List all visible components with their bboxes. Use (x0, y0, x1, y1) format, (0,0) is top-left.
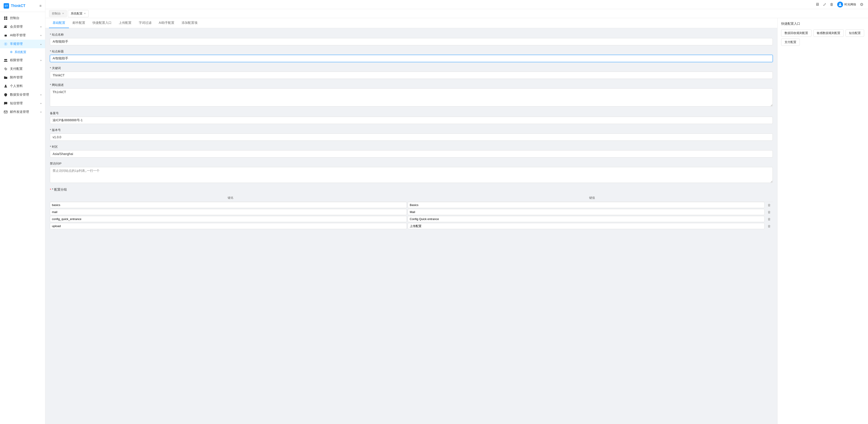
tab-system-config[interactable]: 系统配置 ✕ (68, 10, 89, 17)
right-panel: 快捷配置入口 数据回收规则配置 敏感数据规则配置 短信配置 支付配置 (777, 18, 868, 424)
form-group-site-title: * 站点标题 (50, 50, 773, 62)
content-main: 基础配置 邮件配置 快捷配置入口 上传配置 字词过滤 AI助手配置 (45, 18, 777, 424)
sidebar-nav: 控制台 会员管理 ▾ AI助手管理 ▾ 常规管理 ▴ ⚙ (0, 12, 45, 424)
page-tab-basic[interactable]: 基础配置 (49, 18, 69, 28)
sidebar-item-dashboard[interactable]: 控制台 (0, 14, 45, 23)
page-tab-mail[interactable]: 邮件配置 (69, 18, 89, 28)
required-mark: * (50, 188, 51, 192)
config-key-input[interactable] (50, 223, 407, 229)
config-action-col: 🗑 (766, 202, 773, 208)
quick-link-label: 敏感数据规则配置 (817, 31, 840, 35)
page-tab-label: 邮件配置 (72, 21, 85, 25)
config-action-col: 🗑 (766, 217, 773, 222)
page-tab-label: 快捷配置入口 (93, 21, 112, 25)
gear-icon: ⚙ (10, 50, 13, 54)
config-val-input[interactable] (408, 216, 765, 222)
quick-link-sms[interactable]: 短信配置 (845, 29, 864, 37)
sidebar-item-profile[interactable]: 个人资料 (0, 82, 45, 90)
table-row: 🗑 (50, 216, 773, 222)
svg-point-14 (5, 68, 6, 70)
form-group-icp: 备案号 (50, 111, 773, 124)
tab-dashboard[interactable]: 控制台 ✕ (49, 10, 67, 17)
sidebar-item-permission[interactable]: 权限管理 ▾ (0, 56, 45, 65)
page-tab-label: 添加配置项 (182, 21, 197, 25)
page-tab-ai-config[interactable]: AI助手配置 (155, 18, 178, 28)
sidebar-item-attachment[interactable]: 附件管理 (0, 73, 45, 82)
settings-icon[interactable]: ⚙ (860, 2, 864, 7)
folder-icon (4, 75, 8, 79)
config-table-header: 键名 键值 (50, 194, 773, 202)
sidebar-item-system-config[interactable]: ⚙ 系统配置 (0, 48, 45, 56)
quick-link-label: 短信配置 (849, 31, 861, 35)
menu-toggle-icon[interactable]: ≡ (39, 4, 41, 8)
config-key-input[interactable] (50, 202, 407, 208)
delete-icon[interactable]: 🗑 (830, 2, 834, 7)
site-name-label: * 站点名称 (50, 33, 773, 37)
config-val-input[interactable] (408, 223, 765, 229)
config-val-input[interactable] (408, 202, 765, 208)
delete-row-button[interactable]: 🗑 (767, 223, 772, 229)
delete-row-button[interactable]: 🗑 (767, 209, 772, 215)
page-tab-quick[interactable]: 快捷配置入口 (89, 18, 115, 28)
site-name-input[interactable] (50, 38, 773, 45)
chevron-down-icon: ▾ (40, 111, 41, 113)
sidebar-sub-label: 系统配置 (14, 50, 26, 54)
monitor-icon[interactable]: 🖥 (815, 2, 819, 7)
sidebar-item-label: AI助手管理 (10, 33, 38, 37)
quick-link-sensitive-data[interactable]: 敏感数据规则配置 (813, 29, 844, 37)
config-val-col (408, 202, 765, 208)
page-tab-add[interactable]: 添加配置项 (178, 18, 201, 28)
svg-rect-3 (6, 19, 7, 20)
delete-row-button[interactable]: 🗑 (767, 202, 772, 208)
blocked-ip-textarea[interactable] (50, 167, 773, 183)
sidebar-item-member[interactable]: 会员管理 ▾ (0, 23, 45, 31)
sidebar-item-general[interactable]: 常规管理 ▴ (0, 40, 45, 48)
quick-link-data-recycle[interactable]: 数据回收规则配置 (781, 29, 811, 37)
sidebar-item-label: 数据安全管理 (10, 93, 38, 97)
config-key-input[interactable] (50, 216, 407, 222)
page-tab-label: 上传配置 (119, 21, 131, 25)
people-group-icon (4, 58, 8, 62)
page-tabs: 基础配置 邮件配置 快捷配置入口 上传配置 字词过滤 AI助手配置 (45, 18, 777, 28)
tab-label: 控制台 (52, 11, 61, 15)
page-tab-filter[interactable]: 字词过滤 (135, 18, 155, 28)
config-val-col (408, 223, 765, 229)
main-area: 🖥 ⤢ 🗑 时光网络 ⚙ 控制台 ✕ 系统配置 ✕ 基础配置 (45, 0, 868, 424)
sidebar-logo: CT ThinkCT ≡ (0, 0, 45, 12)
sidebar-item-label: 邮件发送管理 (10, 110, 38, 114)
site-title-input[interactable] (50, 55, 773, 62)
keywords-input[interactable] (50, 72, 773, 79)
settings2-icon (4, 42, 8, 46)
config-key-col (50, 216, 407, 222)
table-row: 🗑 (50, 223, 773, 229)
page-tab-upload[interactable]: 上传配置 (115, 18, 135, 28)
config-key-input[interactable] (50, 209, 407, 215)
version-input[interactable] (50, 133, 773, 141)
expand-icon[interactable]: ⤢ (823, 2, 826, 7)
chevron-down-icon: ▾ (40, 94, 41, 96)
description-textarea[interactable] (50, 88, 773, 106)
logo-text: ThinkCT (11, 4, 25, 8)
sidebar-item-email[interactable]: 邮件发送管理 ▾ (0, 108, 45, 116)
sidebar-item-sms[interactable]: 短信管理 ▾ (0, 99, 45, 108)
sidebar-item-data-security[interactable]: 数据安全管理 ▾ (0, 90, 45, 99)
sidebar-item-payment[interactable]: 支付配置 (0, 65, 45, 73)
grid-icon (4, 16, 8, 20)
svg-point-10 (5, 43, 6, 44)
quick-link-label: 支付配置 (784, 40, 796, 44)
robot-icon (4, 33, 8, 37)
timezone-input[interactable] (50, 150, 773, 158)
tab-close-icon[interactable]: ✕ (62, 12, 64, 15)
config-val-input[interactable] (408, 209, 765, 215)
config-action-col: 🗑 (766, 209, 773, 215)
sidebar-item-ai[interactable]: AI助手管理 ▾ (0, 31, 45, 40)
delete-row-button[interactable]: 🗑 (767, 217, 772, 222)
sidebar-item-label: 支付配置 (10, 67, 41, 71)
quick-links: 数据回收规则配置 敏感数据规则配置 短信配置 支付配置 (781, 29, 864, 46)
user-menu[interactable]: 时光网络 (837, 2, 856, 7)
tab-close-icon[interactable]: ✕ (84, 12, 86, 15)
table-row: 🗑 (50, 202, 773, 208)
sidebar-item-label: 个人资料 (10, 84, 41, 88)
icp-input[interactable] (50, 117, 773, 124)
quick-link-payment[interactable]: 支付配置 (781, 38, 800, 46)
